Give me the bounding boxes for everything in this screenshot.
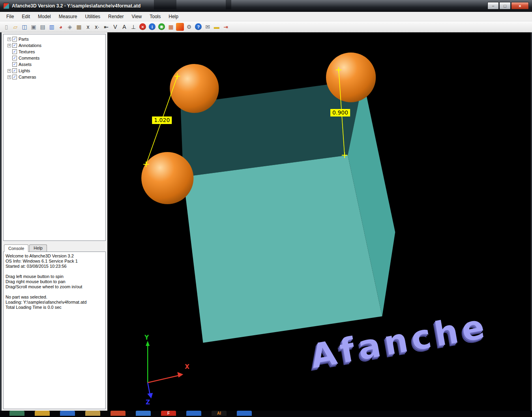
measure-height-icon[interactable]: ⊥ [129,23,137,31]
console-line: No part was selected. [6,295,103,300]
maximize-button[interactable]: □ [499,2,511,9]
main-area: +✓Parts+✓Annotations✓Textures✓Comments✓A… [0,32,532,411]
sphere-top-left[interactable] [170,64,219,113]
save-icon[interactable]: ◫ [21,23,28,31]
notes-icon[interactable]: ▬ [213,23,221,31]
taskbar-start-button[interactable] [9,411,24,416]
tree-item-assets[interactable]: ✓Assets [5,61,105,68]
tree-item-label: Assets [19,62,32,67]
tree-item-textures[interactable]: ✓Textures [5,49,105,55]
measure-vertical-icon[interactable]: V [111,23,119,31]
expand-icon[interactable]: + [7,44,11,47]
title-bar[interactable]: Afanche3D Version 3.2 - Y:\samples\afanc… [0,0,532,12]
measure-extent-icon[interactable]: ⇤ [102,23,110,31]
tree-item-annotations[interactable]: +✓Annotations [5,42,105,49]
measure-tools-icon[interactable]: ▦ [75,23,83,31]
menu-measure[interactable]: Measure [55,13,81,21]
parts-tree[interactable]: +✓Parts+✓Annotations✓Textures✓Comments✓A… [3,34,106,241]
help-icon[interactable]: ? [195,23,202,30]
toolbar: ▯▱◫▣▤▥◕◈▦xx·⇤VA⊥×i◉▦⚙?✉▬⇥ [0,21,532,32]
checkbox[interactable]: ✓ [12,56,17,60]
sphere-top-right[interactable] [326,53,376,102]
taskbar-folder[interactable] [35,411,50,416]
measurement-value: 0.900 [332,109,348,116]
export-model-icon[interactable]: ◈ [66,23,74,31]
console-line: Loading: Y:\samples\afanche\v4format.atd [6,300,103,305]
checkbox[interactable]: ✓ [12,68,17,73]
tree-item-parts[interactable]: +✓Parts [5,36,105,42]
console-line: Total Loading Time is 0.0 sec [6,305,103,310]
menu-file[interactable]: File [2,13,18,21]
expand-icon[interactable]: + [7,75,11,79]
measure-area-icon[interactable]: A [120,23,128,31]
menu-tools[interactable]: Tools [146,13,165,21]
close-button[interactable]: × [511,2,529,9]
console-line: Drag/Scroll mouse wheel to zoom in/out [6,284,103,289]
checkbox[interactable]: ✓ [12,37,17,41]
taskbar-browser-red[interactable] [111,411,126,416]
console-line: Drag right mouse button to pan [6,279,103,284]
checkbox[interactable]: ✓ [12,75,17,79]
3d-scene[interactable]: 1.020 0.900 Y X Z [107,32,531,411]
taskbar-folder-2[interactable] [85,411,100,416]
checkbox[interactable]: ✓ [12,62,17,67]
taskbar-app-blue-1[interactable] [60,411,75,416]
color-swatch-icon[interactable] [176,23,184,31]
menu-help[interactable]: Help [165,13,182,21]
snapshot-icon[interactable]: ▣ [30,23,37,31]
tab-console[interactable]: Console [4,244,28,252]
window-controls: − □ × [487,2,529,9]
taskbar-items: FAI [9,411,252,416]
checkbox[interactable]: ✓ [12,49,17,54]
apps-grid-icon[interactable]: ▦ [167,23,175,31]
menu-utilities[interactable]: Utilities [81,13,104,21]
render-sphere-icon[interactable]: ◕ [57,23,65,31]
measure-distance-x-icon[interactable]: x· [93,23,101,31]
cube-front-face[interactable] [183,155,382,343]
console-output[interactable]: Welcome to Afanche3D Version 3.2OS Info:… [3,252,106,409]
exit-icon[interactable]: ⇥ [222,23,230,31]
tree-item-lights[interactable]: +✓Lights [5,68,105,74]
taskbar-illustrator[interactable]: AI [212,411,227,416]
expand-icon[interactable]: + [7,69,11,73]
settings-gear-icon[interactable]: ⚙ [185,23,193,31]
taskbar-app-blue-4[interactable] [237,411,252,416]
minimize-button[interactable]: − [487,2,499,9]
x-axis-label: X [185,363,189,370]
checkbox[interactable]: ✓ [12,43,17,48]
menu-view[interactable]: View [127,13,146,21]
background-window-fragment [226,0,231,9]
console-line [6,289,103,295]
measure-point-x-icon[interactable]: x [84,23,92,31]
tree-item-comments[interactable]: ✓Comments [5,55,105,61]
tree-item-cameras[interactable]: +✓Cameras [5,74,105,80]
console-line: Started at: 03/08/2015 10:23:56 [6,264,103,269]
sidebar: +✓Parts+✓Annotations✓Textures✓Comments✓A… [2,32,107,411]
email-icon[interactable]: ✉ [204,23,212,31]
taskbar-app-blue-3[interactable] [186,411,201,416]
open-folder-icon[interactable]: ▱ [11,23,19,31]
expand-icon[interactable]: + [7,38,11,41]
menu-model[interactable]: Model [34,13,55,21]
taskbar-app-red[interactable]: F [161,411,176,416]
print-icon[interactable]: ▤ [39,23,47,31]
z-axis [148,383,150,395]
power-icon[interactable]: ◉ [158,23,165,30]
menu-edit[interactable]: Edit [18,13,34,21]
delete-icon[interactable]: × [139,23,146,30]
x-axis [148,375,180,383]
taskbar: FAI [0,411,532,417]
tree-item-label: Annotations [19,43,41,48]
tab-help[interactable]: Help [29,244,47,252]
sphere-left[interactable] [141,152,193,204]
copy-icon[interactable]: ▥ [48,23,56,31]
taskbar-app-blue-2[interactable] [136,411,151,416]
menu-render[interactable]: Render [104,13,127,21]
y-axis-arrowhead [146,341,150,346]
tree-item-label: Textures [19,49,35,54]
viewport[interactable]: 1.020 0.900 Y X Z [107,32,531,411]
info-icon[interactable]: i [149,23,155,30]
new-file-icon[interactable]: ▯ [2,23,10,31]
measurement-value: 1.020 [154,117,170,123]
window-title: Afanche3D Version 3.2 - Y:\samples\afanc… [12,3,140,9]
